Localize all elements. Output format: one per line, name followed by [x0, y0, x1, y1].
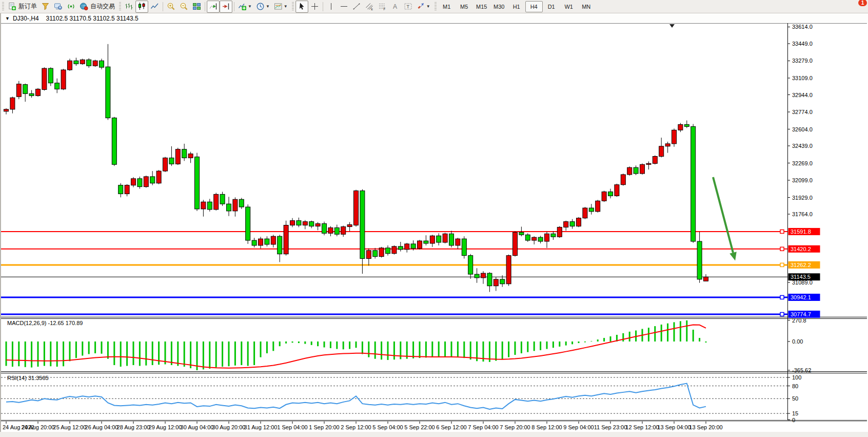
candle-body: [201, 202, 206, 209]
new-order-button[interactable]: 新订单: [6, 1, 39, 13]
candle-body: [462, 239, 466, 256]
auto-scroll-icon: [209, 2, 218, 11]
trendline-button[interactable]: [350, 1, 363, 13]
line-chart-button[interactable]: [148, 1, 161, 13]
candle-body: [608, 192, 613, 196]
text-label-button[interactable]: T: [402, 1, 415, 13]
timeframe-h4-button[interactable]: H4: [525, 1, 543, 12]
time-tick-label: 6 Sep 12:00: [436, 424, 466, 430]
chart-shift-marker-icon[interactable]: [669, 24, 675, 28]
timeframe-m1-button[interactable]: M1: [438, 1, 456, 12]
rsi-pane[interactable]: 1008050150: [1, 374, 801, 423]
auto-scroll-button[interactable]: [207, 1, 220, 13]
candle-body: [80, 60, 85, 64]
candle-body: [271, 236, 275, 244]
candle-body: [100, 61, 104, 67]
algo-trading-button[interactable]: 自动交易: [77, 1, 117, 13]
cursor-icon: [298, 2, 306, 11]
price-tick-label: 32269.0: [792, 160, 813, 166]
timeframe-m30-button[interactable]: M30: [490, 1, 508, 12]
support-line-1-handle[interactable]: [780, 295, 784, 299]
fibonacci-button[interactable]: F: [376, 1, 389, 13]
candle-body: [519, 232, 524, 235]
time-tick-label: 30 Aug 20:00: [212, 424, 246, 430]
trendline-icon: [352, 2, 361, 11]
window-bottom-strip: [0, 432, 868, 437]
signals-button[interactable]: [65, 1, 77, 13]
one-click-trading-collapse-icon[interactable]: ▼: [5, 16, 10, 21]
rsi-indicator-label: RSI(14) 31.3565: [7, 375, 49, 381]
rsi-tick-label: 0: [792, 417, 795, 423]
indicators-icon: [238, 2, 247, 11]
timeframe-h1-button[interactable]: H1: [508, 1, 525, 12]
trend-arrow[interactable]: [713, 177, 737, 260]
toolbar-grip[interactable]: [119, 2, 121, 11]
time-tick-label: 7 Sep 04:00: [468, 424, 498, 430]
candle-body: [634, 167, 638, 174]
support-line-2-handle[interactable]: [780, 312, 784, 316]
chart-shift-button[interactable]: [220, 1, 232, 13]
toolbar-separator: [323, 2, 323, 11]
candlestick-chart-button[interactable]: [135, 1, 148, 13]
time-tick-label: 30 Aug 04:00: [181, 424, 214, 430]
candle-body: [125, 185, 129, 194]
cursor-button[interactable]: [295, 1, 308, 13]
timeframe-m5-button[interactable]: M5: [456, 1, 473, 12]
templates-button[interactable]: ▼: [272, 1, 290, 13]
zoom-out-button[interactable]: [177, 1, 190, 13]
vertical-line-button[interactable]: [325, 1, 338, 13]
candle-body: [220, 194, 225, 204]
price-axis[interactable]: 33614.033449.033279.033109.032944.032774…: [788, 24, 820, 317]
periods-button[interactable]: ▼: [254, 1, 272, 13]
candle-body: [246, 207, 250, 240]
toolbar-grip[interactable]: [292, 2, 294, 11]
chart-shift-icon: [222, 2, 230, 11]
pivot-line-handle[interactable]: [780, 263, 784, 267]
timeframe-m15-button[interactable]: M15: [473, 1, 490, 12]
chart-region[interactable]: 33614.033449.033279.033109.032944.032774…: [0, 23, 868, 432]
svg-text:31591.8: 31591.8: [791, 229, 811, 235]
candle-body: [334, 227, 339, 234]
candle-body: [131, 179, 136, 185]
zoom-in-button[interactable]: [165, 1, 177, 13]
main-toolbar: 新订单自动交易▼▼▼EFAT▼M1M5M15M30H1H4D1W1MN1: [0, 0, 868, 13]
horizontal-line-button[interactable]: [338, 1, 350, 13]
crosshair-button[interactable]: [308, 1, 321, 13]
toolbar-grip[interactable]: [435, 2, 437, 11]
chart-canvas[interactable]: 33614.033449.033279.033109.032944.032774…: [1, 23, 868, 432]
tile-windows-button[interactable]: [190, 1, 203, 13]
candle-body: [309, 222, 314, 226]
toolbox-button[interactable]: [39, 1, 52, 13]
timeframe-mn-button[interactable]: MN: [578, 1, 595, 12]
candle-body: [437, 236, 441, 242]
candle-body: [379, 248, 384, 257]
time-tick-label: 13 Sep 20:00: [689, 424, 722, 430]
candle-body: [163, 158, 168, 171]
timeframe-d1-button[interactable]: D1: [543, 1, 560, 12]
candle-body: [284, 225, 288, 254]
time-axis[interactable]: 24 Aug 202224 Aug 20:0025 Aug 12:0026 Au…: [3, 422, 723, 431]
time-tick-label: 24 Aug 20:00: [22, 424, 55, 430]
zoom-in-icon: [167, 2, 175, 11]
indicators-button[interactable]: ▼: [236, 1, 254, 13]
candle-body: [602, 192, 606, 201]
candles-layer: [4, 44, 708, 292]
svg-text:E: E: [371, 8, 373, 11]
bar-chart-button[interactable]: [123, 1, 135, 13]
svg-text:30942.1: 30942.1: [791, 294, 811, 300]
resistance-line-1-handle[interactable]: [780, 230, 784, 233]
resistance-line-2-handle[interactable]: [780, 247, 784, 251]
svg-text:30774.7: 30774.7: [791, 311, 811, 317]
macd-pane[interactable]: 270.80.00-365.62: [6, 317, 811, 374]
timeframe-w1-button[interactable]: W1: [560, 1, 578, 12]
candle-body: [278, 236, 282, 254]
text-button[interactable]: A: [389, 1, 402, 13]
toolbar-grip[interactable]: [2, 2, 4, 11]
candle-body: [577, 218, 581, 226]
strategy-tester-button[interactable]: [52, 1, 65, 13]
time-tick-label: 28 Aug 23:00: [117, 424, 150, 430]
shapes-button[interactable]: ▼: [415, 1, 432, 13]
equidistant-channel-button[interactable]: E: [363, 1, 376, 13]
rsi-tick-label: 80: [792, 383, 798, 389]
time-tick-label: 2 Sep 12:00: [341, 424, 371, 430]
